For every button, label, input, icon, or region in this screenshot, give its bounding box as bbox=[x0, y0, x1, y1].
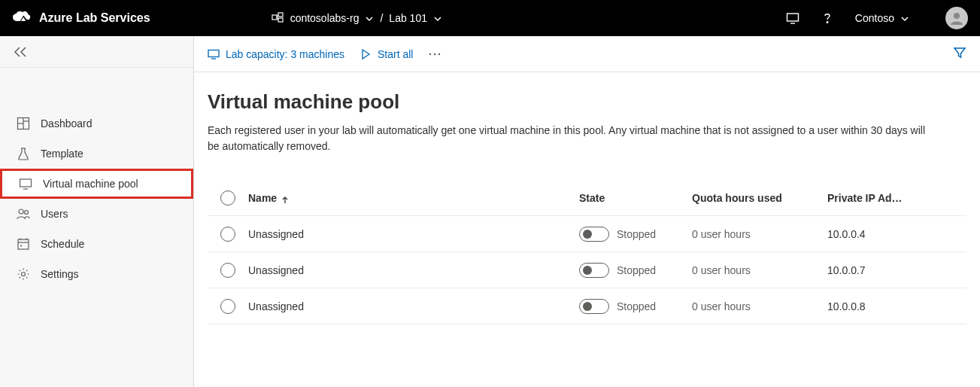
ip-text: 10.0.0.8 bbox=[827, 300, 866, 312]
state-toggle[interactable] bbox=[579, 263, 609, 278]
select-all-circle bbox=[220, 190, 235, 206]
chevron-down-icon bbox=[900, 14, 909, 23]
chevron-down-icon bbox=[433, 14, 442, 23]
column-header-name[interactable]: Name bbox=[248, 192, 579, 204]
state-text: Stopped bbox=[617, 264, 656, 276]
col-quota-label: Quota hours used bbox=[692, 192, 782, 204]
column-header-ip[interactable]: Private IP Ad… bbox=[827, 192, 966, 204]
azure-cloud-icon bbox=[12, 11, 32, 26]
page-title: Virtual machine pool bbox=[208, 90, 966, 114]
play-icon bbox=[360, 48, 372, 60]
svg-point-23 bbox=[22, 273, 26, 276]
col-ip-label: Private IP Ad… bbox=[827, 192, 903, 204]
col-name-label: Name bbox=[248, 192, 277, 204]
svg-point-7 bbox=[827, 22, 828, 23]
row-select[interactable] bbox=[208, 227, 248, 242]
table-row[interactable]: Unassigned Stopped 0 user hours 10.0.0.8 bbox=[208, 288, 966, 325]
lab-capacity-button[interactable]: Lab capacity: 3 machines bbox=[208, 48, 344, 60]
avatar[interactable] bbox=[945, 7, 968, 29]
help-icon[interactable] bbox=[821, 11, 834, 25]
top-header: Azure Lab Services contosolabs-rg / Lab … bbox=[0, 0, 980, 36]
toggle-knob bbox=[583, 266, 592, 275]
page-description: Each registered user in your lab will au… bbox=[208, 123, 930, 154]
table-row[interactable]: Unassigned Stopped 0 user hours 10.0.0.4 bbox=[208, 216, 966, 252]
select-all-cell[interactable] bbox=[208, 190, 248, 206]
state-toggle[interactable] bbox=[579, 227, 609, 242]
quota-text: 0 user hours bbox=[692, 228, 751, 240]
column-header-quota[interactable]: Quota hours used bbox=[692, 192, 827, 204]
svg-point-28 bbox=[434, 53, 435, 54]
toolbar: Lab capacity: 3 machines Start all bbox=[194, 36, 980, 72]
toggle-knob bbox=[583, 302, 592, 311]
sidebar-item-label: Template bbox=[41, 148, 83, 160]
more-actions-button[interactable] bbox=[428, 48, 441, 60]
sidebar-item-vm-pool[interactable]: Virtual machine pool bbox=[0, 169, 193, 199]
sidebar-item-label: Settings bbox=[41, 268, 79, 280]
sidebar-item-label: Users bbox=[41, 208, 68, 220]
user-name: Contoso bbox=[855, 12, 894, 24]
start-all-label: Start all bbox=[378, 48, 413, 60]
column-header-state[interactable]: State bbox=[579, 192, 692, 204]
vm-table: Name State Quota hours used Private IP A… bbox=[208, 180, 966, 325]
radio-circle-icon bbox=[220, 227, 235, 242]
calendar-icon bbox=[17, 237, 30, 251]
svg-rect-14 bbox=[20, 179, 32, 187]
svg-point-16 bbox=[19, 209, 23, 214]
sidebar-item-label: Schedule bbox=[41, 238, 84, 250]
breadcrumb-lab[interactable]: Lab 101 bbox=[389, 12, 442, 24]
page-body: Virtual machine pool Each registered use… bbox=[194, 72, 980, 343]
sidebar-item-users[interactable]: Users bbox=[0, 199, 193, 229]
sidebar-item-dashboard[interactable]: Dashboard bbox=[0, 108, 193, 139]
sidebar-item-template[interactable]: Template bbox=[0, 139, 193, 169]
monitor-icon bbox=[19, 177, 32, 190]
filter-button[interactable] bbox=[953, 46, 966, 62]
breadcrumb-lab-label: Lab 101 bbox=[389, 12, 427, 24]
lab-capacity-label: Lab capacity: 3 machines bbox=[226, 48, 344, 60]
breadcrumb-separator: / bbox=[380, 12, 383, 24]
sort-ascending-icon bbox=[281, 194, 289, 202]
sidebar-item-settings[interactable]: Settings bbox=[0, 259, 193, 289]
sidebar-item-label: Dashboard bbox=[41, 117, 93, 130]
svg-rect-5 bbox=[787, 14, 798, 21]
product-name: Azure Lab Services bbox=[39, 11, 150, 25]
chevron-down-icon bbox=[365, 14, 374, 23]
content-area: Lab capacity: 3 machines Start all Virtu… bbox=[194, 36, 980, 387]
ip-text: 10.0.0.4 bbox=[827, 228, 866, 240]
svg-rect-2 bbox=[278, 18, 283, 22]
state-text: Stopped bbox=[617, 228, 656, 240]
vm-name: Unassigned bbox=[248, 264, 304, 276]
breadcrumb: contosolabs-rg / Lab 101 bbox=[271, 11, 442, 26]
col-state-label: State bbox=[579, 192, 605, 204]
radio-circle-icon bbox=[220, 263, 235, 278]
state-toggle[interactable] bbox=[579, 299, 609, 314]
header-right: Contoso bbox=[786, 7, 968, 29]
state-text: Stopped bbox=[617, 300, 656, 312]
row-select[interactable] bbox=[208, 299, 248, 314]
svg-point-8 bbox=[954, 13, 960, 19]
monitor-icon bbox=[208, 48, 220, 60]
svg-rect-0 bbox=[272, 15, 277, 20]
svg-point-27 bbox=[429, 53, 431, 54]
table-row[interactable]: Unassigned Stopped 0 user hours 10.0.0.7 bbox=[208, 252, 966, 288]
quota-text: 0 user hours bbox=[692, 264, 751, 276]
radio-circle-icon bbox=[220, 299, 235, 314]
svg-rect-24 bbox=[208, 50, 219, 56]
main-layout: Dashboard Template Virtual machine pool … bbox=[0, 36, 980, 387]
sidebar: Dashboard Template Virtual machine pool … bbox=[0, 36, 194, 387]
logo-group[interactable]: Azure Lab Services bbox=[12, 11, 150, 26]
sidebar-item-schedule[interactable]: Schedule bbox=[0, 229, 193, 259]
user-menu[interactable]: Contoso bbox=[855, 12, 909, 24]
breadcrumb-resource-group[interactable]: contosolabs-rg bbox=[271, 11, 375, 26]
ip-text: 10.0.0.7 bbox=[827, 264, 866, 276]
sidebar-collapse-button[interactable] bbox=[0, 36, 193, 68]
dashboard-icon bbox=[17, 117, 30, 130]
sidebar-item-label: Virtual machine pool bbox=[43, 178, 138, 190]
quota-text: 0 user hours bbox=[692, 300, 751, 312]
vm-name: Unassigned bbox=[248, 228, 304, 240]
nav-list: Dashboard Template Virtual machine pool … bbox=[0, 68, 193, 289]
svg-rect-1 bbox=[278, 13, 283, 17]
monitor-icon[interactable] bbox=[786, 11, 799, 25]
start-all-button[interactable]: Start all bbox=[360, 48, 413, 60]
users-icon bbox=[17, 207, 30, 221]
row-select[interactable] bbox=[208, 263, 248, 278]
